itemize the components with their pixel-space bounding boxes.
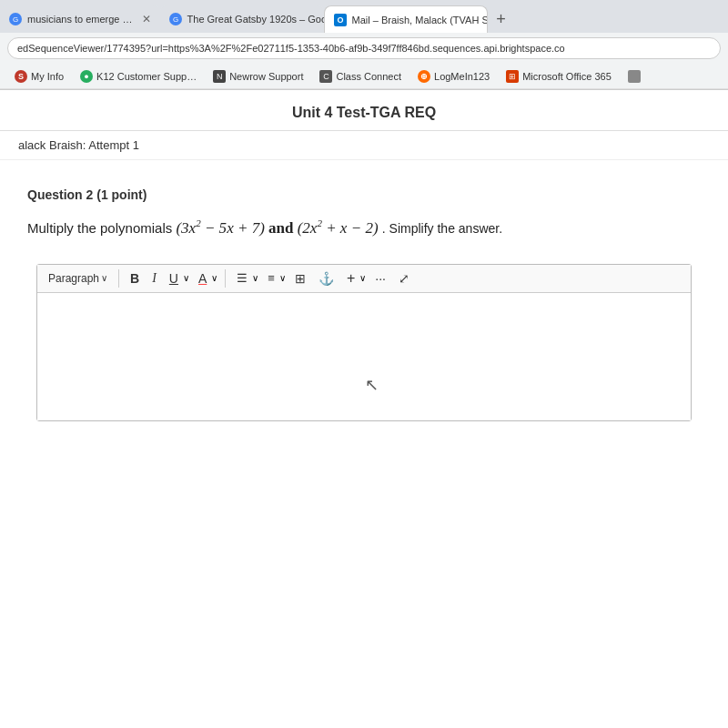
tab-label-mail: Mail – Braish, Malack (TVAH Stud … <box>352 15 488 25</box>
tab-favicon-mail: O <box>334 14 347 26</box>
bookmark-extra[interactable] <box>621 68 648 85</box>
svg-text:O: O <box>337 15 343 25</box>
question-text-prefix: Multiply the polynomials <box>27 220 172 236</box>
address-bar <box>0 33 728 64</box>
list-button[interactable]: ≡ <box>264 269 278 287</box>
list-dropdown-icon[interactable]: ∨ <box>279 273 286 283</box>
bookmark-classconnect[interactable]: C Class Connect <box>312 68 409 85</box>
align-button[interactable]: ☰ <box>233 269 251 287</box>
bookmark-office365[interactable]: ⊞ Microsoft Office 365 <box>499 68 619 85</box>
toolbar-sep-2 <box>225 269 226 288</box>
tab-favicon-musicians: G <box>9 13 22 25</box>
tab-gatsby[interactable]: G The Great Gatsby 1920s – Google … ✕ <box>160 5 324 33</box>
question-area: Question 2 (1 point) Multiply the polyno… <box>0 160 728 458</box>
tab-label-gatsby: The Great Gatsby 1920s – Google … <box>187 14 324 25</box>
paragraph-dropdown[interactable]: Paragraph ∨ <box>45 270 111 287</box>
font-color-button[interactable]: A <box>195 269 210 288</box>
font-color-dropdown-icon[interactable]: ∨ <box>211 273 217 283</box>
bookmark-logmein-icon: ⊕ <box>418 70 430 83</box>
bookmarks-bar: S My Info ● K12 Customer Supp… N Newrow … <box>0 64 728 89</box>
bookmark-newrow-icon: N <box>213 70 226 83</box>
question-header: Question 2 (1 point) <box>27 187 701 202</box>
bookmark-classconnect-icon: C <box>319 70 332 83</box>
bookmark-myinfo-icon: S <box>15 70 27 83</box>
address-input[interactable] <box>7 37 721 59</box>
underline-button[interactable]: U <box>166 269 182 288</box>
fullscreen-button[interactable]: ⤢ <box>395 269 413 288</box>
tab-favicon-gatsby: G <box>169 13 182 25</box>
link-button[interactable]: ⚓ <box>315 269 338 288</box>
align-dropdown-icon[interactable]: ∨ <box>252 273 258 283</box>
editor-toolbar: Paragraph ∨ B I U ∨ A ∨ ☰ ∨ <box>37 265 691 293</box>
svg-text:G: G <box>172 15 177 24</box>
bookmark-k12-icon: ● <box>80 70 93 83</box>
page-title: Unit 4 Test-TGA REQ <box>292 105 436 120</box>
tab-label-musicians: musicians to emerge … <box>27 14 133 25</box>
italic-button[interactable]: I <box>148 269 160 288</box>
bookmark-myinfo-label: My Info <box>31 71 64 82</box>
bookmark-newrow[interactable]: N Newrow Support <box>206 68 310 85</box>
toolbar-sep-1 <box>118 269 119 288</box>
tab-musicians[interactable]: G musicians to emerge … ✕ <box>0 5 160 33</box>
bookmark-logmein[interactable]: ⊕ LogMeIn123 <box>410 68 497 85</box>
bold-button[interactable]: B <box>126 269 143 288</box>
underline-dropdown-icon[interactable]: ∨ <box>183 273 189 283</box>
insert-table-button[interactable]: ⊞ <box>291 269 309 288</box>
insert-button[interactable]: + <box>343 268 359 288</box>
tab-close-musicians[interactable]: ✕ <box>142 13 151 25</box>
bookmark-office365-icon: ⊞ <box>506 70 519 83</box>
editor-body[interactable]: ↖ <box>37 293 691 420</box>
insert-dropdown-icon[interactable]: ∨ <box>359 273 366 283</box>
bookmark-logmein-label: LogMeIn123 <box>434 71 490 82</box>
tab-bar: G musicians to emerge … ✕ G The Great Ga… <box>0 0 728 33</box>
tab-add-button[interactable]: + <box>488 5 515 33</box>
question-text: Multiply the polynomials (3x2 − 5x + 7) … <box>27 215 701 242</box>
bookmark-k12-label: K12 Customer Supp… <box>96 71 197 82</box>
bookmark-classconnect-label: Class Connect <box>336 71 401 82</box>
bookmark-office365-label: Microsoft Office 365 <box>522 71 612 82</box>
math-poly2: (2x2 + x − 2) <box>298 219 382 237</box>
page-title-bar: Unit 4 Test-TGA REQ <box>0 90 728 131</box>
question-text-suffix: . Simplify the answer. <box>382 221 502 236</box>
more-button[interactable]: ··· <box>371 269 389 288</box>
bookmark-extra-icon <box>628 70 641 83</box>
cursor-indicator: ↖ <box>365 375 379 395</box>
editor-container: Paragraph ∨ B I U ∨ A ∨ ☰ ∨ <box>36 264 692 421</box>
bookmark-k12[interactable]: ● K12 Customer Supp… <box>73 68 204 85</box>
question-conjunction: and <box>268 219 293 237</box>
attempt-bar: alack Braish: Attempt 1 <box>0 131 728 160</box>
math-poly1: (3x2 − 5x + 7) <box>176 219 268 237</box>
bookmark-newrow-label: Newrow Support <box>229 71 303 82</box>
paragraph-label: Paragraph <box>48 272 99 285</box>
bookmark-myinfo[interactable]: S My Info <box>7 68 71 85</box>
paragraph-chevron-icon: ∨ <box>101 273 107 283</box>
svg-text:G: G <box>13 15 18 24</box>
tab-mail[interactable]: O Mail – Braish, Malack (TVAH Stud … ✕ <box>324 5 488 33</box>
page-content: Unit 4 Test-TGA REQ alack Braish: Attemp… <box>0 90 728 458</box>
attempt-label: alack Braish: Attempt 1 <box>18 138 139 152</box>
